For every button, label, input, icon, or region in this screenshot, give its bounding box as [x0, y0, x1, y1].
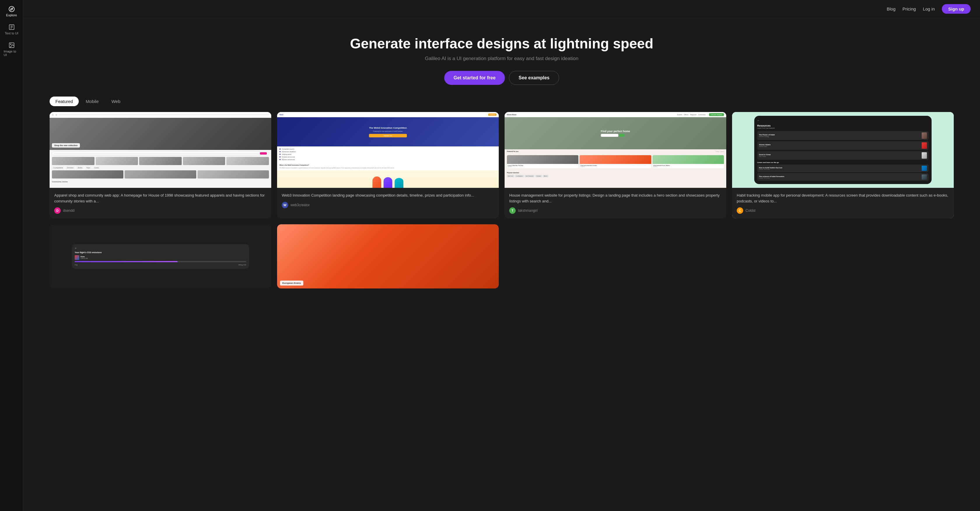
- tab-featured[interactable]: Featured: [49, 97, 79, 106]
- card-european[interactable]: European Drains: [277, 224, 499, 288]
- sidebar-item-explore-label: Explore: [6, 13, 17, 17]
- login-link[interactable]: Log in: [923, 6, 935, 11]
- svg-point-7: [10, 44, 11, 45]
- hero-title: Generate interface designs at lightning …: [29, 36, 974, 52]
- card-flight-thumb: ✕ Your flight's CO2 emissions Delta LAX …: [49, 224, 271, 288]
- card-web3-avatar: W: [282, 202, 288, 208]
- card-apparel-desc: Apparel shop and community web app: A ho…: [54, 193, 267, 204]
- sidebar-item-text-to-ui[interactable]: Text to UI: [2, 21, 22, 38]
- pricing-link[interactable]: Pricing: [902, 6, 916, 11]
- tab-web[interactable]: Web: [106, 97, 126, 106]
- card-apparel-username: dsendd: [63, 209, 75, 213]
- gallery-grid: Shop the new collection Loungew: [23, 112, 980, 300]
- card-web3-info: Web3 Innovation Competition landing page…: [277, 188, 499, 213]
- card-resources-desc: Habit tracking mobile app for personal d…: [737, 193, 949, 204]
- sidebar: Explore Text to UI Image to UI: [0, 0, 23, 511]
- card-resources-avatar: C: [737, 207, 743, 214]
- card-web3-username: web3creator: [291, 203, 310, 207]
- hero-subtitle: Galileo AI is a UI generation platform f…: [29, 56, 974, 62]
- sidebar-item-explore[interactable]: Explore: [2, 3, 22, 20]
- tab-mobile[interactable]: Mobile: [80, 97, 104, 106]
- card-apparel-avatar: D: [54, 207, 60, 214]
- card-home-author: T lakshmangiri: [509, 207, 722, 214]
- card-home[interactable]: Home Base Explore Offices Magazine Commu…: [504, 112, 726, 218]
- card-apparel-info: Apparel shop and community web app: A ho…: [49, 188, 271, 218]
- card-apparel[interactable]: Shop the new collection Loungew: [49, 112, 271, 218]
- card-web3[interactable]: Web3 Featured The Web3 Innovation Compet…: [277, 112, 499, 218]
- card-home-thumb: Home Base Explore Offices Magazine Commu…: [504, 112, 726, 188]
- sidebar-item-text-to-ui-label: Text to UI: [5, 32, 18, 35]
- get-started-button[interactable]: Get started for free: [444, 71, 505, 85]
- card-resources-author: C Coldst: [737, 207, 949, 214]
- sidebar-item-image-to-ui-label: Image to UI: [4, 49, 19, 57]
- hero-section: Generate interface designs at lightning …: [23, 18, 980, 97]
- sidebar-item-image-to-ui[interactable]: Image to UI: [2, 39, 22, 59]
- card-home-desc: House management website for property li…: [509, 193, 722, 204]
- card-resources-username: Coldst: [746, 209, 756, 213]
- card-home-avatar: T: [509, 207, 515, 214]
- card-home-username: lakshmangiri: [518, 209, 538, 213]
- card-resources-info: Habit tracking mobile app for personal d…: [732, 188, 954, 218]
- gallery-tabs: Featured Mobile Web: [23, 97, 980, 106]
- hero-buttons: Get started for free See examples: [29, 71, 974, 85]
- card-web3-desc: Web3 Innovation Competition landing page…: [282, 193, 494, 198]
- topnav: Blog Pricing Log in Sign up: [23, 0, 980, 18]
- main-content: Blog Pricing Log in Sign up Generate int…: [23, 0, 980, 511]
- blog-link[interactable]: Blog: [887, 6, 896, 11]
- signup-button[interactable]: Sign up: [942, 4, 970, 14]
- svg-marker-1: [11, 8, 13, 10]
- card-resources-thumb: ← Resources Learn from top experts The P…: [732, 112, 954, 188]
- see-examples-button[interactable]: See examples: [509, 71, 559, 85]
- svg-point-0: [9, 6, 14, 12]
- card-resources[interactable]: ← Resources Learn from top experts The P…: [732, 112, 954, 218]
- card-flight[interactable]: ✕ Your flight's CO2 emissions Delta LAX …: [49, 224, 271, 288]
- card-apparel-author: D dsendd: [54, 207, 267, 214]
- card-web3-author: W web3creator: [282, 202, 494, 208]
- card-apparel-thumb: Shop the new collection Loungew: [49, 112, 271, 188]
- card-home-info: House management website for property li…: [504, 188, 726, 218]
- card-web3-thumb: Web3 Featured The Web3 Innovation Compet…: [277, 112, 499, 188]
